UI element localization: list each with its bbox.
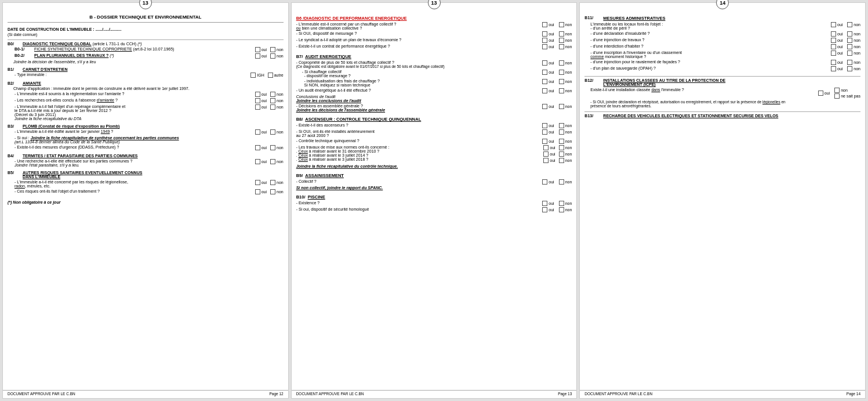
cb-non-b11-1[interactable]: non (847, 22, 860, 27)
cb-oui-b7-2[interactable]: oui (542, 70, 554, 75)
b11-row4: - d'une interdiction d'habiter ? oui non (590, 44, 860, 49)
cb-oui-b6-4[interactable]: oui (542, 44, 554, 49)
cb-non-b6-4[interactable]: non (559, 44, 572, 49)
title-b13: RECHARGE DES VEHICULES ELECTRIQUES ET ST… (603, 114, 778, 118)
cb-non-b7-5[interactable]: non (559, 104, 572, 109)
cb-non-b3-1[interactable]: non (270, 129, 284, 135)
cb-non-b4[interactable]: non (270, 159, 284, 164)
cb-non-b6-1[interactable]: non (559, 22, 572, 27)
footer-right-12: Page 12 (269, 392, 283, 396)
cb-oui-b7-4[interactable]: oui (542, 88, 554, 93)
cb-non-b7-2[interactable]: non (559, 70, 572, 75)
cb-oui-b4[interactable]: oui (255, 159, 267, 164)
cb-oui-b8-4a[interactable]: oui (543, 145, 555, 150)
cb-non-b11-4[interactable]: non (847, 44, 860, 49)
b7-row5: - Décisions en assemblée générale ?Joind… (296, 104, 572, 112)
section-b2: B2/ AMIANTE Champ d'application : immeub… (8, 81, 284, 122)
cb-autre[interactable]: autre (268, 73, 284, 78)
cb-oui[interactable]: oui (255, 47, 267, 52)
b0-1-row: B0-1/ FICHE SYNTHETIQUE TECHNIQUE COPROP… (14, 47, 284, 52)
cb-oui-b2-3[interactable]: oui (255, 104, 267, 110)
cb-oui-b11-1[interactable]: oui (831, 22, 842, 27)
cb-non-b11-6[interactable]: non (847, 60, 860, 65)
cb-oui-b8-2[interactable]: oui (542, 129, 554, 135)
cb-oui-b8-4b[interactable]: oui (543, 151, 555, 157)
cb-non-b10-2[interactable]: non (559, 207, 572, 212)
b8-row4: - Les travaux de mise aux normes ont-ils… (296, 145, 572, 163)
cb-non-b8-4a[interactable]: non (559, 145, 572, 150)
cb-oui-b9[interactable]: oui (542, 179, 554, 185)
cb-oui-b2-1[interactable]: oui (255, 92, 267, 97)
b8-row3: - Contrôle technique quinquennal ? oui n… (296, 139, 572, 144)
cb-non-b6-3[interactable]: non (559, 38, 572, 43)
cb-non-b7-4[interactable]: non (559, 88, 572, 93)
cb-non-b12[interactable]: non (834, 88, 860, 93)
cb-oui-b10-2[interactable]: oui (542, 207, 554, 212)
cb-oui-b11-5[interactable]: oui (831, 50, 842, 56)
b7-row2: - Si chauffage collectif - dispositif de… (296, 70, 572, 78)
cb-non-b8-2[interactable]: non (559, 129, 572, 135)
cb-non-b2-3[interactable]: non (270, 104, 284, 110)
cb-non-b10-1[interactable]: non (559, 201, 572, 206)
cb-oui-b3-1[interactable]: oui (255, 129, 267, 135)
cb-oui-b7-5[interactable]: oui (542, 104, 554, 109)
cb-non-b3-3[interactable]: non (270, 145, 284, 150)
b3-row1: - L'immeuble a-t-il été édifié avant le … (14, 129, 284, 135)
final-note: (*) Non obligatoire à ce jour (8, 200, 284, 204)
section-b3: B3/ PLOMB (Constat de risque d'expositio… (8, 124, 284, 151)
footer-right-14: Page 14 (847, 392, 860, 396)
cb-non-b8-1[interactable]: non (559, 123, 572, 128)
cb-non-b5-2[interactable]: non (270, 189, 284, 194)
cb-oui-b8-4c[interactable]: oui (543, 158, 555, 163)
b7-row1: - Copropriété de plus de 50 lots et chau… (296, 60, 572, 68)
cb-oui-b11-4[interactable]: oui (831, 44, 842, 49)
cb-oui-b12[interactable]: oui (818, 91, 830, 96)
cb-non-b8-3[interactable]: non (559, 139, 572, 144)
cb-non[interactable]: non (270, 47, 284, 52)
cb-non-b2-2[interactable]: non (270, 98, 284, 103)
cb-oui-b11-6[interactable]: oui (831, 60, 842, 65)
cb-oui-b3-3[interactable]: oui (255, 145, 267, 150)
cb-oui-b10-1[interactable]: oui (542, 201, 554, 206)
cb-oui-b6-1[interactable]: oui (542, 22, 554, 27)
cb-oui-b8-3[interactable]: oui (542, 139, 554, 144)
cb-igh[interactable]: IGH (250, 73, 264, 78)
cb-oui-b5-2[interactable]: oui (255, 189, 267, 194)
cb-non-b11-7[interactable]: non (847, 66, 860, 71)
cb-oui-b2-2[interactable]: oui (255, 98, 267, 103)
cb-oui-b7-3[interactable]: oui (542, 79, 554, 84)
footer-left-13: DOCUMENT APPROUVE PAR LE C.BN (296, 392, 364, 396)
cb-non-b5-1[interactable]: non (270, 180, 284, 185)
section-b13: B13/ RECHARGE DES VEHICULES ELECTRIQUES … (584, 114, 860, 119)
b6-row4: - Existe-t-il un contrat de performance … (296, 44, 572, 49)
cb-oui-b6-2[interactable]: oui (542, 31, 554, 37)
code-b13: B13/ (584, 114, 601, 118)
cb-ne-sait-pas-b12[interactable]: ne sait pas (834, 93, 860, 99)
cb-non-b8-4b[interactable]: non (559, 151, 572, 157)
cb-non-b7-1[interactable]: non (559, 60, 572, 66)
b11-row3: - d'une injonction de travaux ? oui non (590, 38, 860, 43)
cb-oui-b7-1[interactable]: oui (542, 60, 554, 66)
title-b2: AMIANTE (23, 81, 284, 85)
footer-page13: DOCUMENT APPROUVE PAR LE C.BN Page 13 (292, 390, 577, 396)
cb-non-b02[interactable]: non (270, 53, 284, 59)
cb-oui-b02[interactable]: oui (255, 53, 267, 59)
cb-oui-b11-3[interactable]: oui (831, 38, 842, 43)
cb-oui-b8-1[interactable]: oui (542, 123, 554, 128)
cb-non-b6-2[interactable]: non (559, 31, 572, 37)
cb-oui-b6-3[interactable]: oui (542, 38, 554, 43)
cb-non-b11-5[interactable]: non (847, 50, 860, 56)
code-b2: B2/ (8, 81, 20, 85)
cb-oui-b11-7[interactable]: oui (831, 66, 842, 71)
cb-oui-b11-2[interactable]: oui (831, 31, 842, 37)
footer-left-12: DOCUMENT APPROUVE PAR LE C.BN (8, 392, 75, 396)
cb-non-b2-1[interactable]: non (270, 92, 284, 97)
cb-non-b11-3[interactable]: non (847, 38, 860, 43)
title-b10: B10/ PISCINE (296, 194, 572, 200)
cb-non-b7-3[interactable]: non (559, 79, 572, 84)
cb-oui-b5-1[interactable]: oui (255, 180, 267, 185)
code-b4: B4/ (8, 154, 20, 158)
cb-non-b11-2[interactable]: non (847, 31, 860, 37)
cb-non-b8-4c[interactable]: non (559, 158, 572, 163)
cb-non-b9[interactable]: non (559, 179, 572, 185)
